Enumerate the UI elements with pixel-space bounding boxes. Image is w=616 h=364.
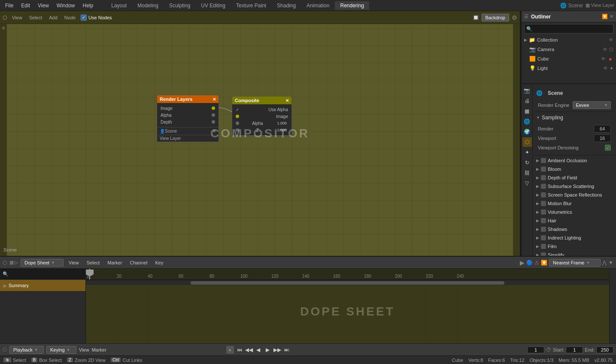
dope-filter-icon[interactable]: 🔽: [541, 260, 547, 266]
tab-uv-editing[interactable]: UV Editing: [196, 1, 231, 10]
cube-vis[interactable]: 👁: [601, 56, 606, 62]
tab-modeling[interactable]: Modeling: [132, 1, 164, 10]
compositor-node-btn[interactable]: Node: [63, 14, 77, 21]
outliner-filter-icon[interactable]: 🔽: [602, 14, 608, 19]
dope-onion-icon[interactable]: 🔵: [526, 260, 533, 266]
tab-shading[interactable]: Shading: [272, 1, 301, 10]
dope-marker-btn[interactable]: Marker: [105, 259, 124, 266]
jump-start-btn[interactable]: ⏮: [236, 346, 243, 354]
dope-mode-dropdown[interactable]: Dope Sheet ▼: [21, 259, 64, 267]
next-keyframe-btn[interactable]: ▶▶: [273, 346, 281, 354]
top-menu-bar: File Edit View Window Help Layout Modeli…: [0, 0, 616, 11]
collection-vis[interactable]: 👁: [609, 37, 613, 42]
tab-sculpting[interactable]: Sculpting: [164, 1, 195, 10]
hair-section[interactable]: ▶ Hair: [534, 216, 614, 225]
dope-warning-icon[interactable]: ⚠: [534, 260, 539, 266]
prop-icon-constraints[interactable]: ⛓: [522, 168, 532, 178]
scene-selector[interactable]: 🌐 Scene: [560, 3, 583, 9]
summary-item[interactable]: ▶ Summary: [0, 280, 85, 291]
light-vis[interactable]: 👁: [603, 66, 608, 71]
dope-scrollbar-thumb[interactable]: [191, 281, 504, 285]
ao-colorbox: [541, 158, 546, 163]
camera-vis[interactable]: 👁: [603, 47, 607, 52]
outliner-item-light[interactable]: 💡 Light 👁 ✦: [522, 64, 616, 73]
playback-dropdown[interactable]: Playback ▼: [9, 346, 44, 354]
tab-rendering[interactable]: Rendering: [335, 1, 369, 10]
indirect-lighting-section[interactable]: ▶ Indirect Lighting: [534, 234, 614, 242]
motion-blur-section[interactable]: ▶ Motion Blur: [534, 199, 614, 208]
prop-icon-view-layer[interactable]: ▦: [522, 106, 532, 116]
menu-window[interactable]: Window: [53, 2, 79, 9]
dope-extra-icon[interactable]: ▼: [608, 260, 613, 266]
compositor-add-btn[interactable]: Add: [47, 14, 59, 21]
ambient-occlusion-section[interactable]: ▶ Ambient Occlusion: [534, 156, 614, 165]
prop-icon-render[interactable]: 📷: [522, 86, 532, 95]
current-frame-field[interactable]: 1: [527, 346, 544, 353]
render-layers-node[interactable]: Render Layers ✕ Image Alpha Depth: [157, 95, 219, 142]
compositor-settings-icon[interactable]: ⚙: [512, 14, 517, 21]
view-layer-selector[interactable]: ▦ View Layer: [586, 3, 614, 8]
viewport-samples-value[interactable]: 16: [594, 134, 611, 142]
outliner-item-cube[interactable]: 🟧 Cube 👁 🔺: [522, 54, 616, 64]
outliner-item-collection[interactable]: ▶ 📁 Collection 👁: [522, 35, 616, 45]
cube-icon: 🟧: [529, 56, 536, 62]
dope-scrollbar[interactable]: [86, 280, 609, 285]
ssr-arrow: ▶: [536, 193, 539, 197]
end-frame-field[interactable]: 250: [596, 346, 613, 353]
menu-help[interactable]: Help: [79, 2, 97, 9]
use-nodes-checkbox[interactable]: ✓ Use Nodes: [81, 15, 112, 21]
prop-icon-data[interactable]: ▽: [522, 179, 532, 188]
menu-file[interactable]: File: [2, 2, 17, 9]
screen-space-section[interactable]: ▶ Screen Space Reflections: [534, 191, 614, 199]
prop-icon-physics[interactable]: ↻: [522, 158, 532, 167]
sampling-section[interactable]: ▼ Sampling: [534, 113, 614, 122]
viewport-denoising-checkbox[interactable]: ✓: [605, 145, 611, 151]
prop-icon-particles[interactable]: ✦: [522, 148, 532, 157]
jump-end-btn[interactable]: ⏭: [283, 346, 291, 354]
compositor-select-btn[interactable]: Select: [27, 14, 44, 21]
dope-mode-icon-1[interactable]: ▦: [9, 260, 14, 265]
play-btn[interactable]: ▶: [264, 346, 272, 354]
depth-of-field-section[interactable]: ▶ Depth of Field: [534, 173, 614, 182]
composite-close[interactable]: ✕: [285, 98, 289, 103]
dope-sync-icon[interactable]: ⋀: [602, 260, 607, 266]
nearest-frame-dropdown[interactable]: Nearest Frame ▼: [549, 259, 601, 267]
outliner-search[interactable]: 🔍: [524, 24, 613, 33]
subsurface-scattering-section[interactable]: ▶ Subsurface Scattering: [534, 182, 614, 191]
dope-play-icon[interactable]: ▶: [520, 259, 525, 266]
record-btn[interactable]: ●: [226, 346, 234, 354]
render-layers-close[interactable]: ✕: [212, 97, 216, 102]
dope-view-btn[interactable]: View: [66, 259, 82, 266]
dope-key-btn[interactable]: Key: [152, 259, 166, 266]
dope-channel-btn[interactable]: Channel: [127, 259, 150, 266]
tab-animation[interactable]: Animation: [301, 1, 334, 10]
dope-mode-icon-2[interactable]: ▷: [15, 260, 18, 265]
view-btn[interactable]: View: [79, 347, 89, 352]
tab-texture-paint[interactable]: Texture Paint: [231, 1, 271, 10]
menu-view[interactable]: View: [34, 2, 52, 9]
keying-dropdown[interactable]: Keying ▼: [46, 346, 76, 354]
render-engine-dropdown[interactable]: Eevee ▼: [573, 101, 611, 109]
render-samples-value[interactable]: 64: [594, 125, 611, 133]
outliner-close-icon[interactable]: ✕: [610, 14, 613, 19]
backdrop-button[interactable]: Backdrop: [482, 14, 509, 21]
prop-icon-scene[interactable]: 🌐: [522, 117, 532, 126]
prev-frame-btn[interactable]: ◀◀: [245, 346, 253, 354]
dope-select-btn[interactable]: Select: [84, 259, 103, 266]
tab-layout[interactable]: Layout: [106, 1, 132, 10]
marker-btn[interactable]: Marker: [92, 347, 106, 352]
outliner-item-camera[interactable]: 📷 Camera 👁 ⬡: [522, 45, 616, 54]
prop-icon-active[interactable]: ⬡: [522, 137, 532, 147]
start-frame-field[interactable]: 1: [566, 346, 583, 353]
prev-keyframe-btn[interactable]: ◀: [255, 346, 262, 354]
menu-edit[interactable]: Edit: [18, 2, 33, 9]
film-section[interactable]: ▶ Film: [534, 242, 614, 251]
prop-icon-world[interactable]: 🌍: [522, 127, 532, 136]
volumetrics-section[interactable]: ▶ Volumetrics: [534, 208, 614, 216]
prop-icon-output[interactable]: 🖨: [522, 96, 532, 106]
shadows-section[interactable]: ▶ Shadows: [534, 225, 614, 234]
dope-timeline-header: 1 20 40 60 80 100 120 140 160 180 200 22…: [86, 269, 609, 280]
bloom-section[interactable]: ▶ Bloom: [534, 165, 614, 173]
compositor-view-btn[interactable]: View: [10, 14, 24, 21]
simplify-section[interactable]: ▶ Simplify: [534, 251, 614, 256]
